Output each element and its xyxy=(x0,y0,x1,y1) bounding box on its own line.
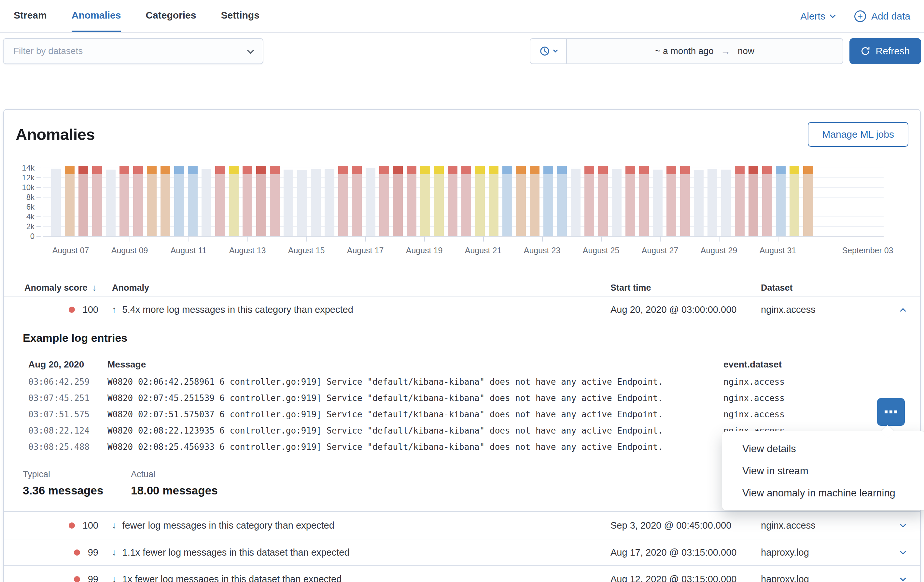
anomaly-description-cell: ↓1.1x fewer log messages in this dataset… xyxy=(104,547,610,558)
anomaly-cap xyxy=(749,166,758,174)
anomaly-cap xyxy=(92,166,102,174)
anomaly-table-row[interactable]: 100↓fewer log messages in this category … xyxy=(4,512,920,539)
histogram-bar xyxy=(325,169,334,236)
anomaly-cap xyxy=(776,166,785,174)
histogram-bar xyxy=(311,169,321,236)
histogram-bar xyxy=(284,170,293,237)
histogram-bar xyxy=(133,169,143,236)
y-axis-label: 4k xyxy=(12,212,35,221)
histogram-bar xyxy=(119,169,129,236)
histogram-bar xyxy=(721,170,731,237)
histogram-bar xyxy=(393,169,403,236)
histogram-bar xyxy=(584,169,594,236)
histogram-bar xyxy=(215,169,225,236)
anomaly-overlay xyxy=(461,166,471,237)
histogram-bar xyxy=(188,169,198,236)
anomaly-description: 1x fewer log messages in this dataset th… xyxy=(122,574,342,582)
date-range-end[interactable]: now xyxy=(738,46,754,56)
dataset-filter-select[interactable]: Filter by datasets xyxy=(3,38,263,64)
menu-item-2[interactable]: View anomaly in machine learning xyxy=(722,482,924,504)
anomaly-overlay xyxy=(119,166,129,237)
histogram-bar xyxy=(270,169,280,236)
y-axis-label: 2k xyxy=(12,222,35,231)
alerts-dropdown[interactable]: Alerts xyxy=(800,11,835,22)
chevron-up-icon[interactable] xyxy=(900,308,906,314)
chevron-down-icon[interactable] xyxy=(900,549,906,554)
anomaly-cap xyxy=(557,166,567,174)
histogram-bar xyxy=(790,169,799,236)
start-time-cell: Aug 20, 2020 @ 03:00:00.000 xyxy=(610,304,761,315)
anomaly-overlay xyxy=(420,166,430,237)
anomaly-overlay xyxy=(243,166,252,237)
dataset-cell: nginx.access xyxy=(761,304,886,315)
table-row-slot: 100↑5.4x more log messages in this categ… xyxy=(4,297,920,322)
anomaly-overlay xyxy=(174,166,184,237)
anomaly-cap xyxy=(516,166,526,174)
tab-stream[interactable]: Stream xyxy=(14,0,47,32)
refresh-button[interactable]: Refresh xyxy=(850,38,921,64)
top-navigation: StreamAnomaliesCategoriesSettings Alerts… xyxy=(0,0,924,33)
histogram-bar xyxy=(78,169,88,236)
histogram-bar xyxy=(366,168,375,236)
anomalies-histogram-chart: 14k12k10k8k6k4k2k0August 07August 09Augu… xyxy=(4,149,920,262)
date-range-display[interactable]: ~ a month ago → now xyxy=(567,39,843,63)
x-axis-label: August 23 xyxy=(524,246,561,255)
manage-ml-jobs-button[interactable]: Manage ML jobs xyxy=(808,122,908,147)
anomaly-overlay xyxy=(78,166,88,237)
log-entry-actions-button[interactable] xyxy=(877,398,905,426)
log-dataset: nginx.access xyxy=(723,377,920,387)
anomaly-overlay xyxy=(749,166,758,237)
histogram-bar xyxy=(762,169,772,236)
menu-item-1[interactable]: View in stream xyxy=(722,460,924,482)
log-entry-row: 03:07:45.251W0820 02:07:45.251539 6 cont… xyxy=(28,390,920,406)
x-axis-label: August 31 xyxy=(760,246,796,255)
anomaly-cap xyxy=(543,166,553,174)
log-timestamp: 03:06:42.259 xyxy=(28,377,107,387)
anomaly-cap xyxy=(256,166,266,174)
column-header-anomaly-score[interactable]: Anomaly score ↓ xyxy=(4,282,104,293)
typical-stat: Typical 3.36 messages xyxy=(23,469,131,497)
anomaly-overlay xyxy=(776,166,785,237)
anomaly-score-cell: 99 xyxy=(4,547,104,558)
chevron-down-icon[interactable] xyxy=(900,521,906,527)
anomaly-table-row[interactable]: 99↓1x fewer log messages in this dataset… xyxy=(4,566,920,582)
anomaly-table-row[interactable]: 100↑5.4x more log messages in this categ… xyxy=(4,297,920,322)
anomaly-cap xyxy=(625,166,635,174)
anomaly-overlay xyxy=(543,166,553,237)
anomaly-cap xyxy=(475,166,485,174)
menu-item-0[interactable]: View details xyxy=(722,438,924,460)
anomaly-cap xyxy=(448,166,457,174)
expand-toggle-cell xyxy=(886,551,920,555)
y-axis-tick xyxy=(36,187,41,188)
anomaly-table-row[interactable]: 99↓1.1x fewer log messages in this datas… xyxy=(4,539,920,566)
histogram-bar xyxy=(65,169,74,236)
histogram-bar xyxy=(735,169,744,236)
histogram-bar xyxy=(407,169,416,236)
histogram-bar xyxy=(489,169,498,236)
expand-toggle-cell xyxy=(886,523,920,528)
histogram-bar xyxy=(557,169,567,236)
x-axis-tick xyxy=(868,236,868,242)
x-axis-label: August 27 xyxy=(642,246,678,255)
y-axis-tick xyxy=(36,207,41,207)
histogram-bar xyxy=(502,169,512,236)
anomaly-overlay xyxy=(516,166,526,237)
arrow-right-icon: → xyxy=(721,46,731,57)
anomaly-cap xyxy=(352,166,362,174)
anomaly-overlay xyxy=(92,166,102,237)
anomaly-description-cell: ↓fewer log messages in this category tha… xyxy=(104,520,610,531)
log-dataset-column-header: event.dataset xyxy=(723,359,920,370)
chevron-down-icon[interactable] xyxy=(900,575,906,581)
tab-anomalies[interactable]: Anomalies xyxy=(72,0,121,32)
date-range-start[interactable]: ~ a month ago xyxy=(655,46,714,56)
anomaly-overlay xyxy=(270,166,280,237)
start-time-cell: Aug 12, 2020 @ 03:15:00.000 xyxy=(610,574,761,582)
quick-select-button[interactable] xyxy=(530,39,567,63)
histogram-bar xyxy=(776,169,785,236)
tab-settings[interactable]: Settings xyxy=(221,0,259,32)
chevron-down-icon xyxy=(247,47,254,54)
tab-categories[interactable]: Categories xyxy=(145,0,196,32)
x-axis-tick xyxy=(130,236,130,242)
add-data-button[interactable]: + Add data xyxy=(854,10,910,22)
histogram-bar xyxy=(749,169,758,236)
